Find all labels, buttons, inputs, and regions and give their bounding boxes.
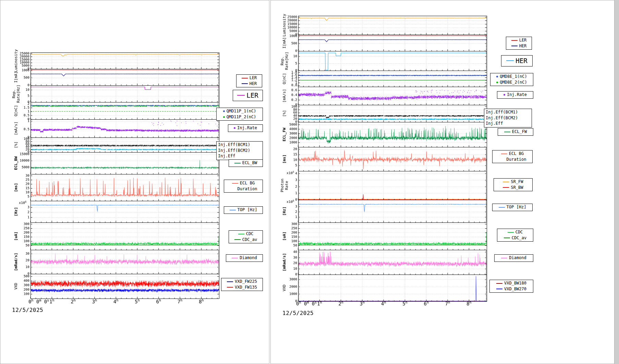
- date-label: 12/5/2025: [282, 310, 314, 316]
- monitor-panel-left: LERHERLERQMD11P_1(nC)QMD11P_2(nC)Inj.Rat…: [0, 0, 269, 364]
- monitor-panel-right: LERHERHERQMD8E_1(nC)QMD8E_2(nC)Inj.RateI…: [270, 0, 615, 364]
- right-strip-charts-canvas: [271, 0, 614, 364]
- window-right-gutter: [615, 0, 619, 364]
- date-label: 12/5/2025: [12, 307, 43, 313]
- beam-background-monitor: LERHERLERQMD11P_1(nC)QMD11P_2(nC)Inj.Rat…: [0, 0, 619, 364]
